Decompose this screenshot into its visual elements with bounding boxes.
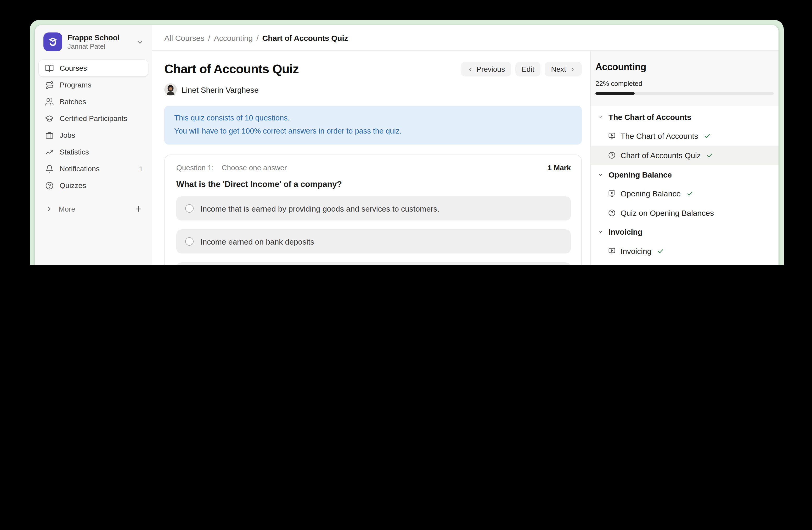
lesson-title: Opening Balance: [621, 189, 681, 198]
bell-icon: [45, 164, 54, 173]
monitor-play-icon: [608, 247, 616, 255]
chapter-title: The Chart of Accounts: [608, 113, 691, 122]
radio-button[interactable]: [185, 237, 193, 246]
question-header: Question 1: Choose one answer 1 Mark: [176, 163, 571, 172]
previous-label: Previous: [476, 65, 505, 73]
answer-option-2[interactable]: Income earned on bank deposits: [176, 229, 571, 253]
edit-label: Edit: [522, 65, 534, 73]
sidebar-item-programs[interactable]: Programs: [39, 76, 148, 93]
breadcrumb-link-accounting[interactable]: Accounting: [214, 33, 253, 42]
next-button[interactable]: Next: [545, 62, 582, 76]
left-sidebar: Frappe School Jannat Patel CoursesProgra…: [35, 25, 152, 265]
graduation-cap-icon: [45, 114, 54, 123]
sidebar-item-label: Notifications: [60, 165, 100, 173]
app-window: Frappe School Jannat Patel CoursesProgra…: [35, 25, 779, 265]
chapter-invoicing[interactable]: Invoicing: [591, 222, 779, 241]
chapter-the-chart-of-accounts[interactable]: The Chart of Accounts: [591, 107, 779, 126]
lesson-title: Invoicing: [621, 247, 651, 255]
chevron-right-icon: [570, 66, 576, 72]
author-avatar: [164, 83, 177, 96]
sidebar-item-label: Quizzes: [60, 181, 86, 190]
answer-option-label: Income that is earned by providing goods…: [200, 204, 439, 213]
sidebar-item-certified-participants[interactable]: Certified Participants: [39, 110, 148, 127]
author-name: Linet Sherin Varghese: [182, 85, 259, 94]
check-icon: [686, 190, 693, 197]
course-outline-panel: Accounting 22% completed The Chart of Ac…: [590, 51, 779, 265]
sidebar-item-label: Programs: [60, 81, 91, 89]
main-content: Chart of Accounts Quiz Previous Edit: [152, 51, 590, 265]
answer-option-1[interactable]: Income that is earned by providing goods…: [176, 196, 571, 221]
sidebar-item-courses[interactable]: Courses: [39, 60, 148, 76]
course-progress-fill: [595, 92, 635, 95]
plus-icon[interactable]: [134, 205, 143, 213]
breadcrumb-separator: /: [208, 33, 210, 42]
lesson-invoicing[interactable]: Invoicing: [591, 241, 779, 261]
chevron-down-icon: [597, 114, 603, 120]
notice-line-1: This quiz consists of 10 questions.: [174, 112, 572, 125]
breadcrumb-link-all-courses[interactable]: All Courses: [164, 33, 204, 42]
lesson-opening-balance[interactable]: Opening Balance: [591, 184, 779, 203]
sidebar-item-statistics[interactable]: Statistics: [39, 143, 148, 160]
question-card: Question 1: Choose one answer 1 Mark Wha…: [164, 154, 582, 265]
lesson-quiz-on-opening-balances[interactable]: Quiz on Opening Balances: [591, 203, 779, 222]
window-frame: Frappe School Jannat Patel CoursesProgra…: [30, 20, 784, 265]
users-icon: [45, 97, 54, 106]
chapter-opening-balance[interactable]: Opening Balance: [591, 165, 779, 184]
workspace-text: Frappe School Jannat Patel: [68, 33, 131, 51]
answer-option-label: Income earned on bank deposits: [200, 237, 314, 246]
sidebar-item-batches[interactable]: Batches: [39, 93, 148, 110]
sidebar-nav: CoursesProgramsBatchesCertified Particip…: [39, 60, 148, 194]
sidebar-item-notifications[interactable]: Notifications1: [39, 160, 148, 177]
notification-count-badge: 1: [139, 165, 143, 172]
lesson-chart-of-accounts-quiz[interactable]: Chart of Accounts Quiz: [591, 145, 779, 165]
sidebar-item-quizzes[interactable]: Quizzes: [39, 177, 148, 194]
help-circle-icon: [608, 209, 616, 217]
breadcrumb: All Courses/Accounting/Chart of Accounts…: [152, 25, 779, 51]
sidebar-item-more[interactable]: More: [39, 201, 148, 216]
check-icon: [707, 152, 713, 159]
sidebar-item-label: Batches: [60, 97, 86, 106]
answer-option-3[interactable]: Income earned from investments: [176, 262, 571, 265]
sidebar-item-label: Jobs: [60, 131, 75, 139]
workspace-switcher[interactable]: Frappe School Jannat Patel: [39, 29, 148, 54]
lesson-title: The Chart of Accounts: [621, 132, 698, 141]
author-row: Linet Sherin Varghese: [164, 83, 582, 96]
course-progress-bar: [595, 92, 774, 95]
question-instruction: Choose one answer: [221, 163, 287, 172]
sidebar-item-label: Certified Participants: [60, 114, 127, 123]
chevron-right-icon: [45, 205, 53, 213]
question-number-label: Question 1:: [176, 163, 214, 172]
help-circle-icon: [45, 181, 54, 190]
chevron-down-icon: [597, 229, 603, 235]
chevron-down-icon: [136, 38, 144, 46]
lesson-the-chart-of-accounts[interactable]: The Chart of Accounts: [591, 126, 779, 145]
check-icon: [657, 248, 664, 254]
sidebar-item-jobs[interactable]: Jobs: [39, 127, 148, 143]
previous-button[interactable]: Previous: [461, 62, 511, 76]
content-row: Chart of Accounts Quiz Previous Edit: [152, 51, 779, 265]
quiz-notice: This quiz consists of 10 questions.You w…: [164, 106, 582, 144]
lesson-title: Quiz on Opening Balances: [621, 208, 714, 217]
main-wrap: All Courses/Accounting/Chart of Accounts…: [152, 25, 779, 265]
lesson-title: Chart of Accounts Quiz: [621, 151, 701, 160]
answer-options: Income that is earned by providing goods…: [176, 196, 571, 265]
title-row: Chart of Accounts Quiz Previous Edit: [164, 62, 582, 76]
more-label: More: [59, 205, 75, 213]
radio-button[interactable]: [185, 204, 193, 213]
chevron-left-icon: [467, 66, 473, 72]
course-title: Accounting: [595, 62, 774, 73]
question-text: What is the 'Direct Income' of a company…: [176, 180, 571, 189]
workspace-user: Jannat Patel: [68, 42, 131, 51]
edit-button[interactable]: Edit: [516, 62, 540, 76]
chevron-down-icon: [597, 171, 603, 177]
course-outline: The Chart of AccountsThe Chart of Accoun…: [591, 106, 779, 265]
frappe-school-logo-icon: [43, 32, 62, 51]
screen: Frappe School Jannat Patel CoursesProgra…: [0, 0, 812, 265]
header-buttons: Previous Edit Next: [461, 62, 582, 76]
page-title: Chart of Accounts Quiz: [164, 62, 299, 76]
question-marks: 1 Mark: [548, 163, 571, 172]
lesson-quiz-on-invoicing[interactable]: Quiz on Invoicing: [591, 261, 779, 265]
next-label: Next: [551, 65, 566, 73]
book-open-icon: [45, 64, 54, 72]
chapter-title: Opening Balance: [608, 170, 672, 179]
